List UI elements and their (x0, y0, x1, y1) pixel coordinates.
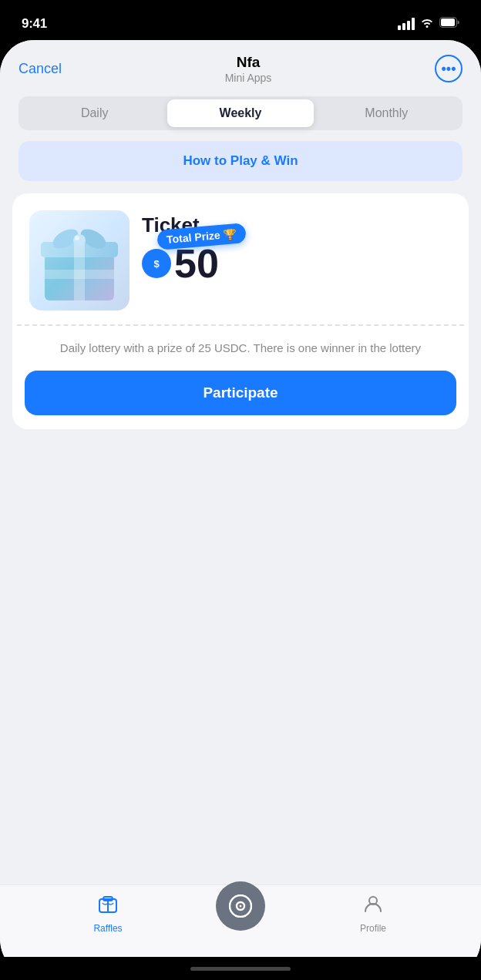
cancel-button[interactable]: Cancel (18, 58, 62, 80)
tab-weekly[interactable]: Weekly (167, 99, 313, 127)
app-header: Cancel Nfa Mini Apps ••• (0, 40, 481, 93)
tab-monthly[interactable]: Monthly (314, 99, 459, 127)
battery-icon (439, 17, 459, 31)
raffles-icon (97, 893, 119, 920)
center-search-button[interactable] (216, 881, 265, 931)
svg-point-9 (73, 234, 86, 247)
tab-selector: Daily Weekly Monthly (18, 96, 462, 130)
raffles-label: Raffles (93, 923, 122, 934)
how-to-play-label: How to Play & Win (183, 153, 298, 168)
status-icons (398, 17, 459, 31)
status-bar: 9:41 (0, 0, 481, 40)
lottery-description-text: Daily lottery with a prize of 25 USDC. T… (60, 341, 421, 354)
profile-icon (362, 893, 384, 920)
phone-frame: 9:41 (0, 0, 481, 980)
participate-button[interactable]: Participate (25, 371, 456, 415)
svg-text:$: $ (153, 258, 160, 270)
content-spacer (0, 429, 481, 884)
ticket-prize-row: Total Prize 🏆 $ 50 (142, 243, 452, 284)
more-options-button[interactable]: ••• (435, 55, 462, 82)
app-title: Nfa (225, 54, 272, 72)
svg-point-10 (75, 236, 79, 240)
ellipsis-icon: ••• (442, 61, 456, 77)
status-time: 9:41 (22, 16, 47, 32)
tab-daily[interactable]: Daily (22, 99, 167, 127)
ticket-card-content: Ticket Total Prize 🏆 $ 50 (12, 193, 469, 310)
nav-item-raffles[interactable]: Raffles (0, 893, 216, 934)
home-bar (190, 967, 291, 971)
wifi-icon (420, 17, 434, 31)
coin-icon: $ (142, 249, 171, 278)
svg-rect-1 (441, 18, 455, 26)
app-container: Cancel Nfa Mini Apps ••• Daily Weekly Mo… (0, 40, 481, 957)
how-to-play-banner[interactable]: How to Play & Win (18, 141, 462, 181)
header-title-group: Nfa Mini Apps (225, 54, 272, 84)
ticket-info: Ticket Total Prize 🏆 $ 50 (142, 210, 452, 284)
gift-box-image (29, 210, 130, 310)
bottom-nav: Raffles Profile (0, 884, 481, 957)
home-indicator (0, 957, 481, 980)
svg-point-18 (240, 904, 242, 907)
nav-item-profile[interactable]: Profile (265, 893, 481, 934)
dashed-divider (17, 324, 464, 326)
signal-icon (398, 18, 415, 30)
profile-label: Profile (360, 923, 386, 934)
lottery-card: Ticket Total Prize 🏆 $ 50 (12, 193, 469, 430)
lottery-description: Daily lottery with a prize of 25 USDC. T… (12, 340, 469, 371)
svg-rect-4 (45, 270, 114, 279)
prize-amount: 50 (174, 243, 219, 284)
app-subtitle: Mini Apps (225, 72, 272, 84)
